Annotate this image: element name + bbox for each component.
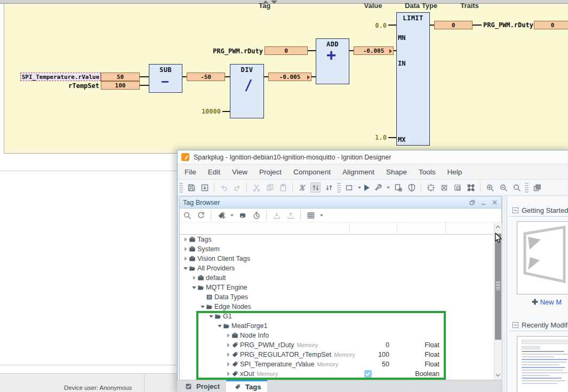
zoom-in-button[interactable] [485,182,495,193]
tab-project[interactable]: Project [177,380,226,392]
tree-row[interactable]: All Providers [180,263,494,273]
fbd-var-feedback[interactable]: PRG_PWM.rDuty [211,47,263,55]
fbd-value-setpoint[interactable]: 100 [101,81,140,90]
fbd-block-add[interactable]: ADD + [316,38,349,84]
expand-right-icon[interactable] [191,276,197,280]
new-tag-button[interactable] [216,210,226,220]
snap-vertical-toggle-button[interactable] [310,182,321,193]
boolean-checkbox[interactable] [364,370,372,378]
snap-horizontal-toggle-button[interactable] [324,182,334,193]
expand-down-icon[interactable] [209,315,214,318]
menu-view[interactable]: View [226,164,253,180]
tree-row[interactable]: SPI_Temperature_rValueMemory50Float [180,359,494,369]
save-button[interactable] [186,182,196,193]
guides-toggle-button[interactable] [297,182,307,193]
fbd-var-output[interactable]: PRG_PWM.rDuty [483,21,532,29]
fbd-value-feedback[interactable]: 0 [265,46,308,55]
fbd-value-add-out[interactable]: -0.005 [354,46,394,55]
fbd-value-source[interactable]: 50 [101,73,140,81]
project-properties-button[interactable] [393,182,403,193]
fit-selection-button[interactable] [452,182,462,193]
tree-row[interactable]: default [180,273,494,283]
column-header-datatype[interactable]: Data Type [397,2,445,10]
toolbar-grip[interactable] [525,183,529,193]
undo-button[interactable] [219,182,229,193]
search-tags-button[interactable] [182,210,192,220]
fbd-value-output[interactable]: 0 [534,21,568,29]
expand-right-icon[interactable] [226,353,231,357]
shape-tool-caret-icon[interactable] [358,187,361,189]
scroll-down-icon[interactable] [495,373,500,378]
tag-group-timer-button[interactable] [251,210,261,220]
tree-row[interactable]: Tags [180,235,494,244]
refresh-tags-button[interactable] [196,210,206,220]
paste-button[interactable] [278,182,288,193]
fbd-var-setpoint[interactable]: rTempSet [53,82,99,90]
cascade-windows-button[interactable] [532,182,542,193]
column-header-tag[interactable]: Tag [180,2,349,10]
toolbar-grip[interactable] [337,183,341,193]
column-header-value[interactable]: Value [349,2,397,10]
tree-row[interactable]: xOutMemoryBoolean [180,369,494,379]
security-shield-button[interactable] [406,182,417,193]
expand-right-icon[interactable] [183,247,188,251]
expand-right-icon[interactable] [183,257,188,261]
expand-down-icon[interactable] [217,325,222,327]
fbd-literal-divisor[interactable]: 10000 [194,108,221,115]
tools-wrench-caret-icon[interactable] [387,187,390,189]
column-header-traits[interactable]: Traits [445,2,494,10]
shape-tool-button[interactable] [344,182,354,193]
tree-row[interactable]: System [180,244,494,254]
tab-tags[interactable]: Tags [226,380,267,392]
fbd-var-source[interactable]: SPI_Temperature.rValue [20,73,101,81]
menu-edit[interactable]: Edit [202,164,226,180]
expand-right-icon[interactable] [226,343,231,347]
udt-definitions-button[interactable] [237,210,247,220]
paste-special-button[interactable] [265,182,275,193]
tree-row[interactable]: MQTT Engine [180,283,494,292]
tag-value-cell[interactable]: 100 [349,351,397,358]
tag-table-header[interactable] [180,222,494,235]
column-config-button[interactable] [306,210,316,220]
tree-row[interactable]: Data Types [180,292,494,302]
tree-row[interactable]: MeatForge1 [180,321,494,331]
expand-right-icon[interactable] [226,333,231,338]
expand-down-icon[interactable] [200,306,205,308]
new-item-link[interactable]: ✚ New M [532,298,562,306]
close-panel-button[interactable] [491,198,499,206]
tree-row[interactable]: G1 [180,311,494,321]
scroll-up-icon[interactable] [495,225,500,230]
collapse-selection-button[interactable] [439,182,449,193]
column-config-caret-icon[interactable] [320,214,323,217]
menu-file[interactable]: File [179,164,202,180]
tree-row[interactable]: PRG_REGULATOR_rTempSetMemory100Float [180,350,494,359]
tag-browser-titlebar[interactable]: Tag Browser [180,197,501,209]
tag-value-cell[interactable]: 0 [349,341,397,349]
window-titlebar[interactable]: Sparkplug - Ignition-debian10-ignition-m… [178,150,567,164]
expand-right-icon[interactable] [226,362,231,366]
expand-down-icon[interactable] [183,267,188,270]
minimize-panel-button[interactable] [479,198,487,206]
fbd-literal-min[interactable]: 0.0 [373,22,387,29]
menu-project[interactable]: Project [253,164,287,180]
zoom-out-button[interactable] [498,182,508,193]
tree-row[interactable]: Edge Nodes [180,302,494,311]
float-panel-button[interactable] [468,198,476,206]
tree-row[interactable]: PRG_PWM_rDutyMemory0Float [180,340,494,350]
fbd-value-div-out[interactable]: -0.005 [268,73,311,81]
fbd-block-limit[interactable]: LIMIT MN IN MX [396,12,430,146]
collapse-section-icon[interactable] [513,322,518,328]
transform-selection-button[interactable] [466,182,476,193]
cut-button[interactable] [251,182,261,193]
getting-started-thumbnail[interactable] [517,221,568,294]
new-tag-caret-icon[interactable] [230,214,234,217]
menu-component[interactable]: Component [287,164,337,180]
fbd-value-limit-out[interactable]: 0 [434,21,473,29]
expand-down-icon[interactable] [191,286,197,289]
import-tags-button[interactable] [271,210,282,220]
tools-wrench-button[interactable] [373,182,383,193]
tag-value-cell[interactable]: 50 [349,361,397,368]
recently-modified-thumbnail[interactable] [517,336,568,392]
fbd-value-sub-out[interactable]: -50 [187,73,225,81]
menu-alignment[interactable]: Alignment [337,164,380,180]
